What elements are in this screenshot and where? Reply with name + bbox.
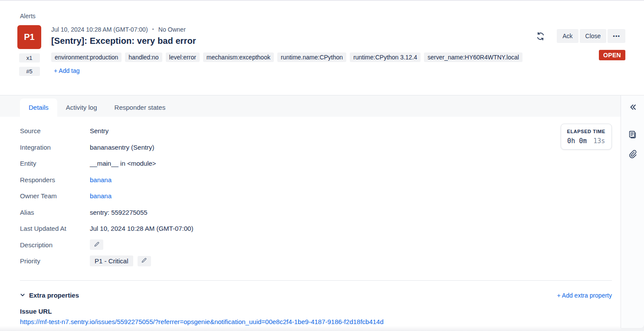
edit-priority-button[interactable] (138, 256, 151, 266)
add-extra-property-link[interactable]: + Add extra property (557, 292, 612, 299)
tab-details[interactable]: Details (20, 98, 57, 117)
issue-url-link[interactable]: https://mf-test-n7.sentry.io/issues/5592… (20, 318, 621, 325)
collapse-panel-icon[interactable] (628, 102, 638, 112)
tab-bar: Details Activity log Responder states (0, 95, 621, 117)
priority-badge: P1 (17, 25, 41, 49)
tag-handled[interactable]: handled:no (125, 52, 162, 62)
field-row-integration: Integration bananasentry (Sentry) (20, 139, 621, 156)
extra-properties-collapse-toggle[interactable] (20, 292, 25, 299)
priority-value-badge: P1 - Critical (90, 256, 133, 266)
tag-environment[interactable]: environment:production (51, 52, 122, 62)
source-value: Sentry (90, 127, 108, 134)
tag-level[interactable]: level:error (166, 52, 200, 62)
owner-team-link[interactable]: banana (90, 192, 112, 200)
tag-runtime[interactable]: runtime:CPython 3.12.4 (350, 52, 421, 62)
issue-url-label: Issue URL (20, 308, 621, 315)
count-badge: x1 (19, 53, 40, 62)
tag-server-name[interactable]: server_name:HY60R4WTNY.local (424, 52, 522, 62)
chevron-down-icon (20, 292, 25, 299)
priority-label: Priority (20, 257, 90, 265)
source-label: Source (20, 127, 90, 134)
field-row-description: Description (20, 237, 621, 253)
ack-button[interactable]: Ack (557, 29, 578, 43)
field-row-entity: Entity __main__ in <module> (20, 155, 621, 172)
section-divider (20, 280, 612, 281)
integration-value: bananasentry (Sentry) (90, 144, 154, 151)
field-row-alias: Alias sentry: 5592275055 (20, 204, 621, 221)
close-button[interactable]: Close (580, 29, 607, 43)
status-badge: OPEN (599, 50, 625, 60)
owner-team-label: Owner Team (20, 192, 90, 200)
field-row-source: Source Sentry (20, 123, 621, 139)
more-actions-button[interactable]: ••• (608, 29, 625, 43)
last-updated-label: Last Updated At (20, 225, 90, 232)
main-panel: Details Activity log Responder states EL… (0, 95, 621, 331)
notes-icon[interactable] (628, 129, 638, 140)
integration-label: Integration (20, 144, 90, 151)
extra-properties-title: Extra properties (29, 292, 79, 299)
tab-responder-states[interactable]: Responder states (106, 98, 174, 117)
alert-details-page: Alerts P1 x1 #5 Jul 10, 2024 10:28 AM (G… (0, 0, 644, 331)
dot-separator: • (152, 26, 154, 33)
elapsed-time-card: ELAPSED TIME 0h 0m 13s (561, 124, 612, 150)
tag-mechanism[interactable]: mechanism:excepthook (203, 52, 274, 62)
refresh-icon[interactable] (535, 31, 545, 41)
pencil-icon (94, 241, 100, 249)
elapsed-time-value: 0h 0m 13s (567, 137, 606, 145)
add-tag-link[interactable]: + Add tag (51, 66, 82, 75)
description-label: Description (20, 241, 90, 249)
pencil-icon (141, 257, 147, 265)
tags-row: environment:production handled:no level:… (51, 52, 537, 75)
field-row-last-updated: Last Updated At Jul 10, 2024 10:28 AM (G… (20, 220, 621, 237)
entity-label: Entity (20, 160, 90, 167)
field-row-responders: Responders banana (20, 172, 621, 188)
responders-label: Responders (20, 176, 90, 184)
responders-link[interactable]: banana (90, 176, 112, 184)
entity-value: __main__ in <module> (90, 160, 156, 167)
right-rail (621, 95, 644, 328)
tiny-id-badge: #5 (19, 67, 40, 76)
tab-activity-log[interactable]: Activity log (57, 98, 106, 117)
owner-label: No Owner (158, 26, 186, 33)
alias-label: Alias (20, 209, 90, 216)
attachment-paperclip-icon[interactable] (628, 148, 638, 159)
tag-runtime-name[interactable]: runtime.name:CPython (277, 52, 346, 62)
field-row-owner-team: Owner Team banana (20, 188, 621, 204)
field-row-priority: Priority P1 - Critical (20, 253, 621, 269)
alias-value: sentry: 5592275055 (90, 209, 148, 216)
alert-header: Alerts P1 x1 #5 Jul 10, 2024 10:28 AM (G… (0, 0, 644, 95)
breadcrumb[interactable]: Alerts (17, 13, 625, 20)
elapsed-time-label: ELAPSED TIME (567, 129, 606, 134)
created-timestamp: Jul 10, 2024 10:28 AM (GMT-07:00) (51, 26, 148, 33)
edit-description-button[interactable] (90, 239, 103, 250)
last-updated-value: Jul 10, 2024 10:28 AM (GMT-07:00) (90, 225, 193, 232)
